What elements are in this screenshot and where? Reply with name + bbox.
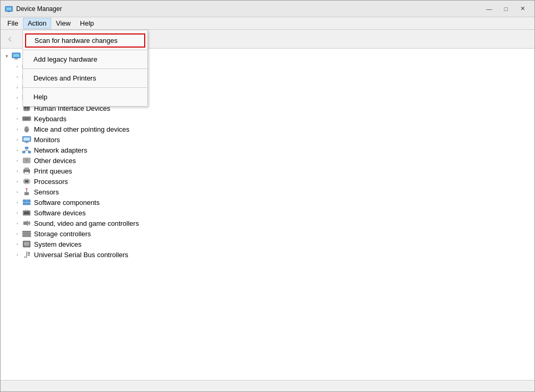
- svg-rect-34: [25, 119, 28, 120]
- svg-rect-71: [23, 200, 27, 202]
- menu-help[interactable]: Help: [75, 18, 99, 29]
- sound-label: Sound, video and game controllers: [34, 220, 139, 227]
- svg-point-92: [28, 255, 29, 256]
- tree-item-system-devices[interactable]: › System devices: [1, 239, 534, 249]
- other-label: Other devices: [34, 157, 76, 165]
- keyboards-chevron: ›: [13, 114, 21, 123]
- svg-rect-32: [28, 118, 29, 119]
- svg-rect-86: [24, 242, 29, 246]
- close-button[interactable]: ✕: [515, 3, 530, 15]
- print-queues-icon: [21, 167, 32, 175]
- root-chevron: ▾: [3, 52, 11, 60]
- action-dropdown: Scan for hardware changes Add legacy har…: [22, 30, 148, 107]
- svg-rect-54: [25, 172, 29, 174]
- system-devices-label: System devices: [34, 240, 82, 248]
- back-button[interactable]: [3, 32, 17, 47]
- svg-rect-29: [24, 118, 25, 119]
- computer-chevron: ›: [13, 73, 21, 81]
- svg-point-82: [29, 232, 30, 233]
- svg-rect-53: [25, 168, 29, 170]
- tree-item-network[interactable]: › Network adapters: [1, 145, 534, 155]
- sensors-label: Sensors: [34, 188, 59, 196]
- svg-point-55: [28, 170, 29, 171]
- minimize-button[interactable]: —: [481, 3, 497, 15]
- display-adapters-chevron: ›: [13, 94, 21, 102]
- processors-chevron: ›: [13, 177, 21, 186]
- svg-text:?: ?: [26, 159, 28, 163]
- svg-point-83: [29, 234, 30, 235]
- menu-action[interactable]: Action: [23, 18, 51, 29]
- storage-label: Storage controllers: [34, 230, 91, 238]
- action-help[interactable]: Help: [23, 90, 147, 104]
- action-add-legacy[interactable]: Add legacy hardware: [23, 52, 147, 66]
- svg-rect-31: [27, 118, 28, 119]
- tree-item-usb[interactable]: › Universal Serial Bus controllers: [1, 249, 534, 260]
- action-scan-hardware[interactable]: Scan for hardware changes: [25, 33, 145, 48]
- svg-rect-2: [8, 11, 10, 12]
- action-devices-printers[interactable]: Devices and Printers: [23, 71, 147, 85]
- mice-label: Mice and other pointing devices: [34, 125, 130, 133]
- maximize-button[interactable]: □: [498, 3, 514, 15]
- status-bar: [1, 380, 534, 391]
- svg-rect-44: [25, 147, 28, 149]
- tree-item-keyboards[interactable]: › Keyboards: [1, 113, 534, 124]
- mice-icon: [21, 125, 32, 133]
- svg-rect-90: [28, 252, 30, 254]
- separator-2: [23, 68, 147, 69]
- network-label: Network adapters: [34, 146, 87, 154]
- app-icon: [5, 5, 13, 13]
- software-components-chevron: ›: [13, 198, 21, 206]
- svg-rect-73: [23, 203, 30, 205]
- tree-item-monitors[interactable]: › Monitors: [1, 134, 534, 145]
- network-chevron: ›: [13, 146, 21, 154]
- svg-rect-5: [15, 58, 17, 59]
- svg-rect-57: [25, 180, 28, 182]
- system-devices-chevron: ›: [13, 240, 21, 248]
- svg-rect-33: [24, 119, 25, 120]
- svg-rect-28: [22, 117, 31, 121]
- tree-item-processors[interactable]: ›: [1, 176, 534, 187]
- window-controls: — □ ✕: [481, 3, 530, 15]
- svg-rect-25: [25, 107, 26, 109]
- tree-item-mice[interactable]: › Mice and other pointing devices: [1, 124, 534, 134]
- network-icon: [21, 146, 32, 154]
- sound-icon: [21, 219, 32, 227]
- svg-point-84: [29, 236, 30, 237]
- svg-rect-6: [14, 59, 18, 60]
- keyboards-label: Keyboards: [34, 115, 66, 123]
- svg-rect-75: [24, 212, 29, 214]
- tree-item-software-components[interactable]: › Software components: [1, 197, 534, 207]
- tree-item-storage[interactable]: › Storage controllers: [1, 228, 534, 239]
- menu-file[interactable]: File: [3, 18, 23, 29]
- svg-point-39: [26, 126, 27, 128]
- software-devices-icon: [21, 209, 32, 217]
- device-manager-window: Device Manager — □ ✕ File Action View He…: [0, 0, 535, 392]
- monitors-icon: [21, 135, 32, 144]
- cameras-chevron: ›: [13, 62, 21, 71]
- svg-rect-42: [26, 142, 28, 143]
- svg-rect-68: [25, 192, 29, 195]
- tree-item-software-devices[interactable]: › Software devices: [1, 207, 534, 218]
- tree-item-sensors[interactable]: › Sensors: [1, 187, 534, 197]
- keyboards-icon: [21, 114, 32, 123]
- separator-3: [23, 87, 147, 88]
- back-icon: [6, 36, 14, 43]
- usb-icon: [21, 250, 32, 259]
- title-bar: Device Manager — □ ✕: [1, 1, 534, 17]
- tree-item-print-queues[interactable]: › Print queues: [1, 166, 534, 176]
- svg-rect-78: [24, 222, 26, 225]
- svg-rect-43: [25, 143, 29, 143]
- print-queues-label: Print queues: [34, 167, 72, 175]
- svg-rect-4: [13, 54, 19, 57]
- svg-point-70: [26, 188, 28, 190]
- other-icon: ?: [21, 156, 32, 165]
- menu-view[interactable]: View: [51, 18, 75, 29]
- disk-drives-chevron: ›: [13, 83, 21, 91]
- sound-chevron: ›: [13, 219, 21, 227]
- tree-item-other[interactable]: › ? Other devices: [1, 155, 534, 166]
- processors-label: Processors: [34, 178, 68, 186]
- software-components-label: Software components: [34, 199, 100, 206]
- computer-root-icon: [11, 52, 21, 60]
- tree-item-sound[interactable]: › Sound, video and game controllers: [1, 218, 534, 228]
- software-devices-chevron: ›: [13, 209, 21, 217]
